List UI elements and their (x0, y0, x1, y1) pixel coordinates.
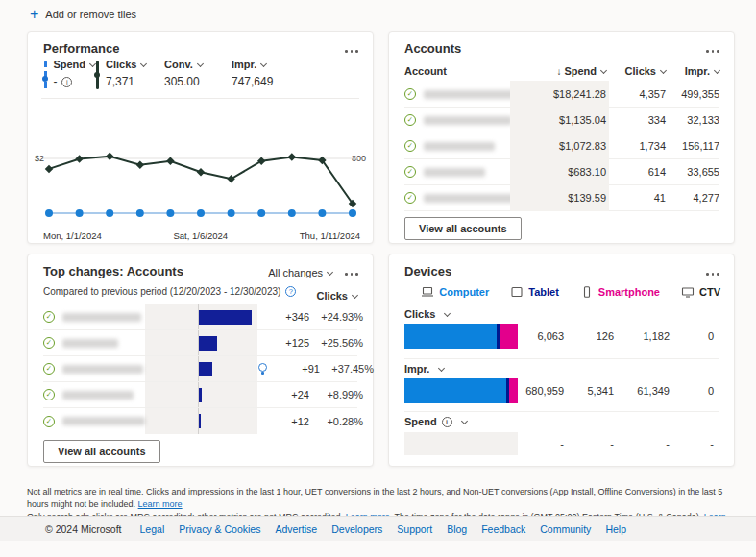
column-clicks[interactable]: Clicks (606, 65, 666, 77)
table-row[interactable]: ✓ +91 +37.45% (43, 356, 357, 382)
change-value: +91 (276, 363, 320, 375)
chevron-down-icon (260, 61, 267, 67)
metric-spend-dropdown[interactable]: Spend (53, 59, 95, 70)
view-all-accounts-button[interactable]: View all accounts (43, 440, 160, 463)
comparison-period-label: Compared to previous period (12/20/2023 … (43, 286, 296, 297)
footer-link-feedback[interactable]: Feedback (481, 523, 525, 535)
tile-menu-button[interactable] (703, 47, 722, 56)
metric-conv: Conv. 305.00 (164, 59, 232, 89)
top-changes-tile: Top changes: Accounts All changes Compar… (27, 254, 374, 467)
devices-impr-dropdown[interactable]: Impr. (404, 363, 444, 375)
tablet-icon (510, 286, 524, 298)
metric-clicks-dropdown[interactable]: Clicks (106, 59, 146, 70)
performance-line-chart[interactable] (41, 145, 360, 226)
status-check-icon: ✓ (43, 311, 55, 323)
clicks-stacked-bar[interactable] (404, 324, 518, 349)
computer-icon (421, 286, 434, 298)
devices-legend: Computer Tablet Smartphone CTV (404, 286, 720, 298)
footer-link-developers[interactable]: Developers (331, 523, 382, 535)
spend-cell: $1,072.83 (524, 140, 606, 152)
impr-cell: 33,655 (666, 166, 719, 178)
tile-title: Performance (43, 41, 119, 56)
impr-cell: 156,117 (666, 140, 719, 152)
chevron-down-icon (714, 67, 720, 74)
learn-more-link[interactable]: Learn more (138, 499, 183, 509)
account-name-redacted (62, 391, 134, 400)
footer-link-support[interactable]: Support (397, 523, 432, 535)
account-name-redacted (424, 142, 495, 151)
tile-title: Accounts (404, 41, 461, 56)
footer-link-community[interactable]: Community (540, 523, 591, 535)
legend-item-tablet[interactable]: Tablet (510, 286, 559, 298)
status-check-icon: ✓ (43, 389, 55, 400)
clicks-cell: 41 (606, 192, 666, 204)
devices-clicks-dropdown[interactable]: Clicks (404, 308, 450, 320)
legend-item-computer[interactable]: Computer (421, 286, 489, 298)
table-row[interactable]: ✓ +125 +25.56% (43, 330, 357, 356)
footer-link-legal[interactable]: Legal (140, 523, 165, 535)
chevron-down-icon (461, 417, 468, 424)
chevron-down-icon (352, 292, 358, 299)
all-changes-dropdown[interactable]: All changes (268, 267, 332, 278)
metric-impr-dropdown[interactable]: Impr. (232, 59, 273, 70)
footer-link-advertise[interactable]: Advertise (275, 523, 317, 535)
tile-title: Devices (404, 264, 451, 278)
tile-title: Top changes: Accounts (43, 264, 183, 278)
column-impr[interactable]: Impr. (666, 65, 719, 77)
change-value: +346 (265, 311, 309, 323)
chevron-down-icon (444, 309, 451, 316)
info-icon[interactable]: i (61, 77, 72, 87)
metric-conv-dropdown[interactable]: Conv. (164, 59, 203, 70)
spend-series-marker-icon (43, 61, 46, 89)
metric-impr: Impr. 747,649 (232, 59, 314, 89)
tablet-value: 126 (564, 330, 614, 342)
view-all-accounts-button[interactable]: View all accounts (404, 217, 522, 240)
tile-menu-button[interactable] (703, 270, 722, 278)
footer-link-privacy[interactable]: Privacy & Cookies (179, 523, 260, 535)
add-or-remove-tiles-button[interactable]: + Add or remove tiles (30, 8, 136, 21)
table-row[interactable]: ✓ +12 +0.28% (43, 408, 357, 434)
table-row[interactable]: ✓ +24 +8.99% (43, 382, 357, 408)
top-changes-rows: ✓ +346 +24.93% ✓ +125 +25.56% ✓ +91 +37.… (43, 304, 357, 434)
change-bar (199, 310, 252, 325)
clicks-cell: 4,357 (606, 88, 666, 100)
performance-tile: Performance Spend -i Clicks 7,371 Conv. … (27, 31, 374, 244)
chevron-down-icon (327, 269, 333, 276)
footer-link-blog[interactable]: Blog (447, 523, 467, 535)
change-bar (199, 388, 203, 402)
status-check-icon: ✓ (404, 114, 416, 126)
x-axis-labels: Mon, 1/1/2024 Sat, 1/6/2024 Thu, 1/11/20… (43, 230, 360, 241)
tile-menu-button[interactable] (342, 270, 361, 278)
legend-item-smartphone[interactable]: Smartphone (580, 286, 660, 298)
change-percent: +0.28% (309, 416, 363, 427)
tablet-value: - (564, 438, 614, 449)
spend-cell: $1,135.04 (524, 114, 606, 126)
x-tick: Thu, 1/11/2024 (300, 230, 360, 241)
legend-item-ctv[interactable]: CTV (681, 286, 720, 298)
clicks-cell: 1,734 (606, 140, 666, 152)
status-check-icon: ✓ (404, 192, 416, 204)
column-spend-sort[interactable]: ↓Spend (524, 65, 606, 77)
help-icon[interactable]: ? (285, 286, 296, 297)
footer-link-help[interactable]: Help (605, 523, 626, 535)
table-row[interactable]: ✓ +346 +24.93% (43, 304, 357, 330)
ctv-value: 0 (670, 330, 714, 342)
change-value: +125 (265, 337, 309, 349)
account-name-redacted (424, 194, 524, 203)
status-check-icon: ✓ (404, 140, 416, 152)
impr-bar-row: 680,959 5,341 61,349 0 (404, 378, 720, 403)
smartphone-value: 1,182 (614, 330, 670, 342)
plus-icon: + (30, 8, 38, 21)
info-icon[interactable]: i (442, 417, 452, 427)
metric-spend: Spend -i (43, 59, 95, 89)
ctv-value: 0 (670, 385, 714, 397)
divider (404, 358, 719, 359)
spend-cell: $683.10 (524, 166, 606, 178)
insight-lightbulb-icon[interactable] (257, 363, 268, 375)
impr-stacked-bar[interactable] (404, 378, 518, 403)
tile-menu-button[interactable] (342, 47, 361, 56)
clicks-metric-dropdown[interactable]: Clicks (317, 290, 357, 302)
account-name-redacted (62, 417, 145, 425)
devices-spend-dropdown[interactable]: Spendi (404, 416, 467, 427)
spend-cell: $18,241.28 (524, 88, 606, 100)
